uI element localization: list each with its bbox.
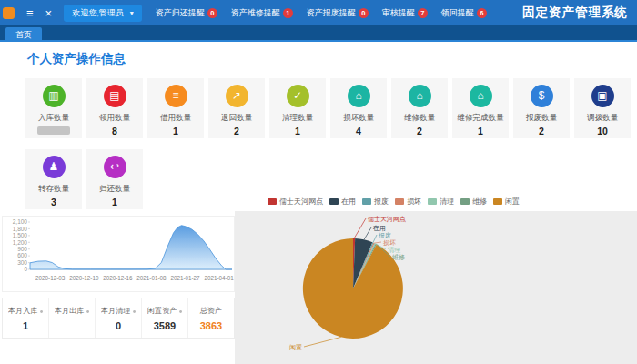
- stat-card[interactable]: ⌂损坏数量4: [330, 78, 387, 138]
- stat-card-label: 入库数量: [27, 112, 81, 123]
- stat-card-label: 维修数量: [393, 112, 447, 123]
- stat-card[interactable]: ⌂维修数量2: [391, 78, 448, 138]
- summary-stat-value: 1: [23, 320, 28, 331]
- x-axis-tick: 2021-01-27: [170, 275, 200, 281]
- stat-card[interactable]: $报废数量2: [513, 78, 570, 138]
- x-axis-tick: 2021-04-01: [204, 275, 234, 281]
- notification-label: 资产报废提醒: [307, 7, 356, 19]
- pie-label-leader: [374, 242, 381, 243]
- summary-stat-value: 3589: [154, 320, 176, 331]
- summary-stat: 本月清理0: [95, 298, 141, 338]
- y-axis-tick: 1,200: [13, 239, 28, 246]
- legend-label: 损坏: [407, 197, 421, 207]
- tab-home-label: 首页: [15, 29, 32, 41]
- summary-stat-value: 3863: [200, 320, 222, 331]
- stat-card[interactable]: ≡借用数量1: [147, 78, 204, 138]
- topbar: ≡ × 欢迎您,管理员 ▾ 资产归还提醒0资产维修提醒1资产报废提醒0审核提醒7…: [0, 0, 637, 25]
- notification-label: 审核提醒: [382, 7, 415, 19]
- stat-card[interactable]: ▣调拨数量10: [574, 78, 631, 138]
- return-icon: ↩: [104, 156, 126, 178]
- stat-card-value: 1: [269, 126, 326, 136]
- pie-label: 闲置: [289, 344, 302, 351]
- stat-card-label: 归还数量: [88, 183, 142, 194]
- stat-card-value: 1: [86, 197, 143, 207]
- money-bag-icon: $: [531, 85, 553, 107]
- summary-stats-row: 本月入库1本月出库本月清理0闲置资产3589总资产3863: [2, 298, 235, 339]
- notification-badge: 1: [283, 8, 293, 18]
- stat-card-value: 2: [513, 126, 570, 136]
- area-series[interactable]: [30, 226, 232, 269]
- notification-item[interactable]: 资产报废提醒0: [307, 7, 369, 19]
- x-axis-tick: 2020-12-03: [35, 275, 66, 281]
- bullet-dot-icon: [133, 309, 136, 312]
- legend-item[interactable]: 损坏: [395, 197, 421, 207]
- stat-card[interactable]: ↗退回数量2: [208, 78, 265, 138]
- stat-card[interactable]: ▥入库数量: [25, 78, 82, 138]
- pie-label: 维修: [392, 254, 405, 261]
- stat-card-value: 1: [147, 126, 204, 136]
- user-icon: ♟: [43, 156, 66, 178]
- notification-item[interactable]: 资产归还提醒0: [156, 7, 217, 19]
- notification-item[interactable]: 审核提醒7: [382, 7, 428, 19]
- chevron-down-icon: ▾: [130, 9, 134, 17]
- bar-chart-icon: ▥: [43, 85, 66, 107]
- stat-card-value: 1: [452, 126, 509, 136]
- stat-card-label: 领用数量: [88, 112, 142, 123]
- summary-stat-label: 总资产: [200, 306, 222, 316]
- legend-label: 儒士天河网点: [279, 197, 323, 207]
- stat-card-label: 调拨数量: [576, 112, 630, 123]
- stat-card-label: 借用数量: [149, 112, 203, 123]
- stat-card-label: 退回数量: [210, 112, 264, 123]
- redacted-value: [37, 126, 70, 135]
- stat-card[interactable]: ↩归还数量1: [86, 149, 143, 209]
- home-repair-icon: ⌂: [409, 85, 431, 107]
- layers-icon: ≡: [165, 85, 187, 107]
- stat-card[interactable]: ▤领用数量8: [86, 78, 143, 138]
- legend-swatch-icon: [329, 198, 339, 205]
- trend-chart-icon: ↗: [226, 85, 248, 107]
- stat-card-label: 清理数量: [271, 112, 325, 123]
- cards-grid: ▥入库数量▤领用数量8≡借用数量1↗退回数量2✓清理数量1⌂损坏数量4⌂维修数量…: [25, 78, 637, 209]
- stat-card-value: 2: [208, 126, 265, 136]
- summary-stat-label: 本月清理: [101, 306, 136, 316]
- legend-item[interactable]: 儒士天河网点: [268, 197, 323, 207]
- y-axis-tick: 900: [17, 246, 27, 252]
- hamburger-menu-icon[interactable]: ≡: [26, 7, 34, 19]
- bullet-dot-icon: [179, 309, 182, 312]
- tab-home[interactable]: 首页: [5, 27, 42, 42]
- legend-item[interactable]: 闲置: [493, 197, 520, 207]
- clipboard-check-icon: ✓: [287, 85, 309, 107]
- notification-badge: 0: [359, 8, 369, 18]
- stat-card[interactable]: ✓清理数量1: [269, 78, 326, 138]
- y-axis-tick: 1,500: [13, 232, 28, 238]
- pie-slice[interactable]: [303, 238, 403, 339]
- stat-card-value: [25, 126, 82, 136]
- legend-item[interactable]: 清理: [428, 197, 454, 207]
- legend-item[interactable]: 维修: [460, 197, 487, 207]
- summary-stat-value: 0: [116, 320, 121, 331]
- pie-label: 清理: [388, 247, 400, 254]
- summary-stat-label: 本月入库: [8, 306, 43, 316]
- legend-item[interactable]: 在用: [329, 197, 356, 207]
- user-dropdown[interactable]: 欢迎您,管理员 ▾: [64, 5, 142, 22]
- home-check-icon: ⌂: [470, 85, 492, 107]
- legend-label: 维修: [472, 197, 487, 207]
- stat-card-label: 维修完成数量: [454, 112, 508, 123]
- pie-label-leader: [304, 337, 341, 347]
- legend-item[interactable]: 报废: [362, 197, 389, 207]
- document-icon: ▤: [104, 85, 126, 107]
- close-icon[interactable]: ×: [46, 7, 53, 19]
- notification-item[interactable]: 领回提醒6: [441, 7, 487, 19]
- tab-strip: 首页: [0, 25, 637, 42]
- pie-chart-area[interactable]: 儒士天河网点在用报废损坏清理维修闲置: [235, 211, 637, 364]
- x-axis-tick: 2021-01-08: [136, 275, 167, 281]
- trend-chart-panel[interactable]: 2,1001,8001,5001,20090060030002020-12-03…: [2, 216, 235, 292]
- stat-card-value: 8: [86, 126, 143, 136]
- stat-card[interactable]: ⌂维修完成数量1: [452, 78, 509, 138]
- bullet-dot-icon: [40, 309, 43, 312]
- legend-label: 报废: [374, 197, 389, 207]
- pie-label: 损坏: [383, 239, 396, 247]
- stat-card[interactable]: ♟转存数量3: [25, 149, 82, 209]
- legend-swatch-icon: [460, 198, 470, 205]
- notification-item[interactable]: 资产维修提醒1: [231, 7, 293, 19]
